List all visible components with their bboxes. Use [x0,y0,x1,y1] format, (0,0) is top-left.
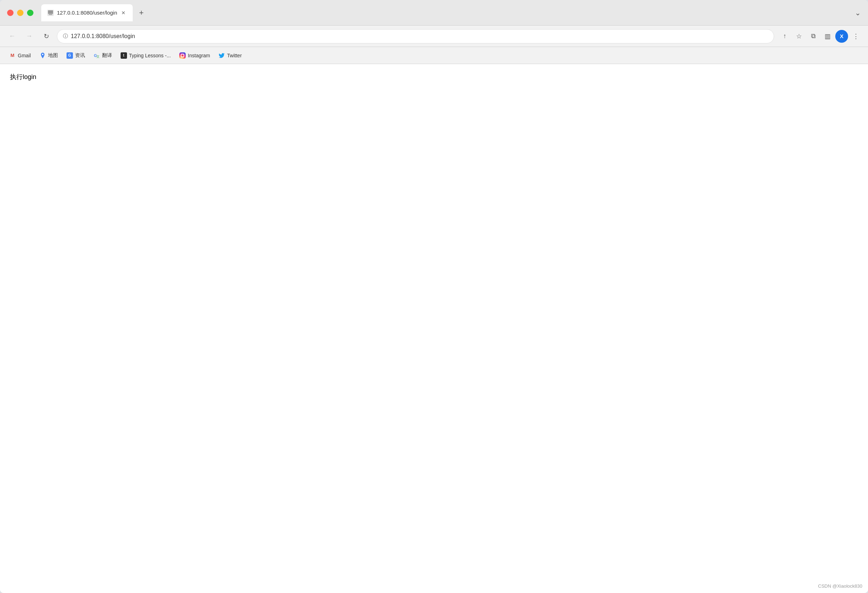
bookmark-typing-label: Typing Lessons -... [129,53,171,58]
tab-bar: 127.0.0.1:8080/user/login ✕ + ⌄ [41,4,861,21]
active-tab[interactable]: 127.0.0.1:8080/user/login ✕ [41,4,133,21]
page-content: 执行login [0,64,868,593]
menu-button[interactable]: ⋮ [849,30,862,43]
profile-avatar-button[interactable]: X [835,30,848,43]
traffic-lights [7,10,34,16]
bookmark-maps[interactable]: 地图 [36,50,62,61]
news-icon: G [66,52,73,59]
bookmark-news[interactable]: G 资讯 [63,50,89,61]
back-button[interactable]: ← [6,30,19,43]
bookmark-typing[interactable]: t Typing Lessons -... [117,50,175,61]
new-tab-button[interactable]: + [134,6,148,20]
bookmark-gmail[interactable]: M Gmail [6,50,34,61]
forward-button[interactable]: → [23,30,35,43]
bookmark-maps-label: 地图 [48,52,58,59]
typing-icon: t [121,52,127,59]
bookmark-instagram[interactable]: Instagram [176,50,213,61]
bookmark-twitter-label: Twitter [227,53,242,58]
address-bar[interactable]: ⓘ 127.0.0.1:8080/user/login [57,29,774,43]
bookmarks-bar: M Gmail 地图 G 资讯 G 文 [0,47,868,64]
title-bar: 127.0.0.1:8080/user/login ✕ + ⌄ [0,0,868,26]
bookmark-twitter[interactable]: Twitter [215,50,245,61]
tab-expand-icon[interactable]: ⌄ [855,9,861,17]
translate-icon: G 文 [93,52,100,59]
minimize-button[interactable] [17,10,24,16]
maps-icon [40,52,46,59]
extension-button[interactable]: ⧉ [807,30,819,43]
browser-window: 127.0.0.1:8080/user/login ✕ + ⌄ ← → ↻ ⓘ [0,0,868,593]
maximize-button[interactable] [27,10,34,16]
bookmark-translate[interactable]: G 文 翻译 [90,50,116,61]
bookmark-translate-label: 翻译 [102,52,112,59]
svg-rect-1 [48,10,53,14]
nav-actions: ↑ ☆ ⧉ ▥ X ⋮ [778,30,862,43]
svg-rect-2 [49,14,52,15]
tab-title: 127.0.0.1:8080/user/login [57,10,117,16]
tab-close-button[interactable]: ✕ [120,9,127,16]
share-button[interactable]: ↑ [778,30,791,43]
svg-text:文: 文 [96,55,100,58]
address-lock-icon: ⓘ [63,33,68,40]
watermark: CSDN @Xiaolock830 [818,583,862,589]
close-button[interactable] [7,10,13,16]
tab-favicon-icon [47,9,54,16]
reload-button[interactable]: ↻ [40,30,53,43]
bookmark-gmail-label: Gmail [18,53,31,58]
nav-bar: ← → ↻ ⓘ 127.0.0.1:8080/user/login ↑ ☆ ⧉ … [0,26,868,47]
sidebar-toggle-button[interactable]: ▥ [821,30,834,43]
instagram-icon [179,52,186,59]
bookmark-news-label: 资讯 [75,52,85,59]
page-text: 执行login [10,72,858,81]
gmail-icon: M [9,52,16,59]
bookmark-star-button[interactable]: ☆ [793,30,805,43]
svg-point-3 [42,54,43,55]
bookmark-instagram-label: Instagram [188,53,210,58]
twitter-icon [218,52,225,59]
address-text: 127.0.0.1:8080/user/login [71,33,768,40]
